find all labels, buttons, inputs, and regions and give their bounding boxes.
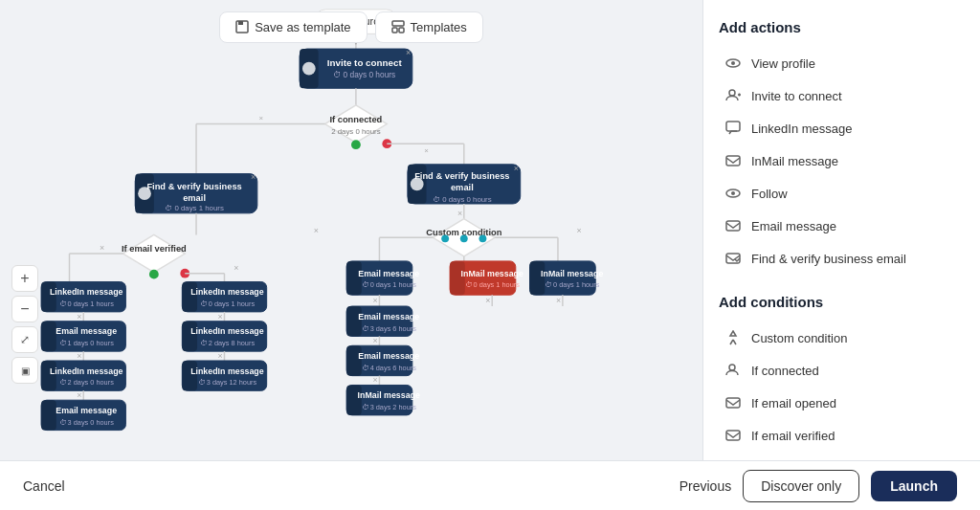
svg-text:×: × [218, 351, 223, 361]
svg-text:⏱ 0 days 0 hours: ⏱ 0 days 0 hours [433, 195, 492, 204]
custom-condition-icon [724, 329, 742, 346]
svg-text:Find & verify business: Find & verify business [414, 171, 509, 181]
svg-text:⏱ 1 days 0 hours: ⏱ 1 days 0 hours [59, 339, 115, 347]
svg-point-47 [460, 234, 468, 242]
svg-text:×: × [577, 226, 582, 235]
svg-point-141 [729, 90, 735, 96]
svg-text:Invite to connect: Invite to connect [327, 57, 403, 68]
svg-text:Email message: Email message [358, 351, 419, 361]
svg-text:⏱ 2 days 8 hours: ⏱ 2 days 8 hours [200, 339, 256, 347]
svg-rect-1 [238, 21, 243, 25]
svg-rect-3 [392, 28, 397, 33]
action-view-profile[interactable]: View profile [719, 47, 965, 79]
zoom-out-button[interactable]: − [11, 296, 38, 322]
svg-text:If email verified: If email verified [122, 244, 187, 254]
svg-text:×: × [77, 390, 81, 400]
svg-rect-108 [41, 322, 56, 351]
svg-text:LinkedIn message: LinkedIn message [190, 326, 264, 336]
bottom-bar: Cancel Previous Discover only Launch [0, 460, 980, 510]
toolbar: Save as template Templates [0, 0, 702, 54]
discover-only-button[interactable]: Discover only [743, 470, 859, 502]
add-conditions-title: Add conditions [719, 294, 965, 310]
fit-button[interactable]: ⤢ [11, 326, 38, 353]
svg-text:⏱ 0 days 0 hours: ⏱ 0 days 0 hours [333, 70, 395, 79]
svg-text:⏱ 0 days 1 hours: ⏱ 0 days 1 hours [362, 280, 417, 289]
svg-text:⏱ 0 days 1 hours: ⏱ 0 days 1 hours [59, 299, 115, 308]
condition-custom[interactable]: Custom condition [719, 322, 965, 354]
svg-rect-2 [392, 21, 404, 26]
bottom-right: Previous Discover only Launch [679, 470, 957, 502]
svg-text:⏱ 0 days 1 hours: ⏱ 0 days 1 hours [200, 299, 256, 308]
svg-text:If connected: If connected [329, 115, 382, 124]
condition-custom-label: Custom condition [751, 331, 847, 345]
action-follow-label: Follow [751, 187, 788, 201]
action-email-message[interactable]: Email message [719, 210, 965, 242]
svg-text:×: × [514, 164, 519, 173]
svg-point-12 [302, 62, 316, 76]
svg-text:email: email [451, 183, 474, 192]
svg-text:⏱ 0 days 1 hours: ⏱ 0 days 1 hours [465, 280, 521, 289]
templates-button[interactable]: Templates [375, 11, 483, 43]
svg-text:×: × [373, 296, 378, 305]
condition-if-connected[interactable]: If connected [719, 354, 965, 387]
svg-line-150 [730, 340, 733, 344]
zoom-in-button[interactable]: + [11, 265, 38, 292]
svg-text:email: email [183, 193, 206, 203]
svg-point-20 [351, 140, 361, 149]
condition-if-email-imported[interactable]: If email imported [719, 452, 965, 460]
zoom-controls: + − ⤢ ▣ [11, 265, 38, 384]
chat-icon [724, 120, 742, 137]
svg-text:⏱ 3 days 2 hours: ⏱ 3 days 2 hours [362, 403, 417, 411]
save-as-template-label: Save as template [255, 20, 350, 34]
svg-rect-154 [726, 431, 740, 440]
previous-button[interactable]: Previous [679, 478, 731, 494]
svg-point-48 [479, 234, 487, 242]
svg-text:×: × [457, 209, 462, 218]
email-message-icon [724, 217, 742, 234]
action-linkedin-message[interactable]: LinkedIn message [719, 112, 965, 144]
svg-text:LinkedIn message: LinkedIn message [50, 287, 123, 297]
action-follow[interactable]: Follow [719, 177, 965, 210]
user-check-icon [724, 362, 742, 379]
screenshot-button[interactable]: ▣ [11, 357, 38, 384]
svg-rect-149 [726, 254, 740, 263]
save-icon [235, 20, 249, 33]
svg-text:InMail message: InMail message [358, 390, 420, 400]
user-plus-icon [724, 87, 742, 104]
svg-text:×: × [100, 243, 104, 253]
find-verify-icon [724, 250, 742, 267]
svg-text:⏱ 0 days 1 hours: ⏱ 0 days 1 hours [545, 280, 600, 289]
action-inmail-message[interactable]: InMail message [719, 144, 965, 177]
svg-text:LinkedIn message: LinkedIn message [190, 287, 264, 297]
svg-text:×: × [424, 146, 429, 155]
condition-if-connected-label: If connected [751, 364, 819, 378]
svg-rect-4 [399, 28, 404, 33]
svg-text:×: × [373, 336, 378, 345]
canvas-area: Save as template Templates Lead source [0, 0, 702, 460]
save-as-template-button[interactable]: Save as template [219, 11, 367, 43]
launch-button[interactable]: Launch [871, 471, 957, 501]
condition-if-email-verified[interactable]: If email verified [719, 419, 965, 452]
condition-if-email-opened[interactable]: If email opened [719, 387, 965, 419]
follow-icon [724, 185, 742, 202]
flow-diagram: Lead source × ▼ Invite to connect ⏱ 0 da… [0, 0, 702, 460]
action-invite-connect[interactable]: Invite to connect [719, 79, 965, 112]
svg-point-152 [729, 365, 735, 370]
svg-rect-148 [726, 221, 740, 231]
svg-rect-153 [726, 398, 740, 408]
svg-line-151 [733, 340, 736, 344]
svg-text:LinkedIn message: LinkedIn message [190, 366, 264, 376]
action-find-verify-label: Find & verify business email [751, 252, 906, 266]
svg-text:⏱ 3 days 12 hours: ⏱ 3 days 12 hours [198, 378, 257, 387]
svg-text:⏱ 3 days 0 hours: ⏱ 3 days 0 hours [59, 418, 115, 427]
email-verified-icon [724, 427, 742, 444]
cancel-button[interactable]: Cancel [23, 478, 65, 494]
action-email-message-label: Email message [751, 219, 836, 233]
svg-text:Find & verify business: Find & verify business [146, 182, 241, 191]
svg-text:InMail message: InMail message [541, 269, 603, 278]
svg-text:LinkedIn message: LinkedIn message [50, 366, 123, 376]
action-find-verify-email[interactable]: Find & verify business email [719, 242, 965, 275]
svg-text:×: × [314, 226, 319, 235]
svg-text:×: × [485, 296, 490, 305]
svg-text:Email message: Email message [56, 406, 117, 415]
